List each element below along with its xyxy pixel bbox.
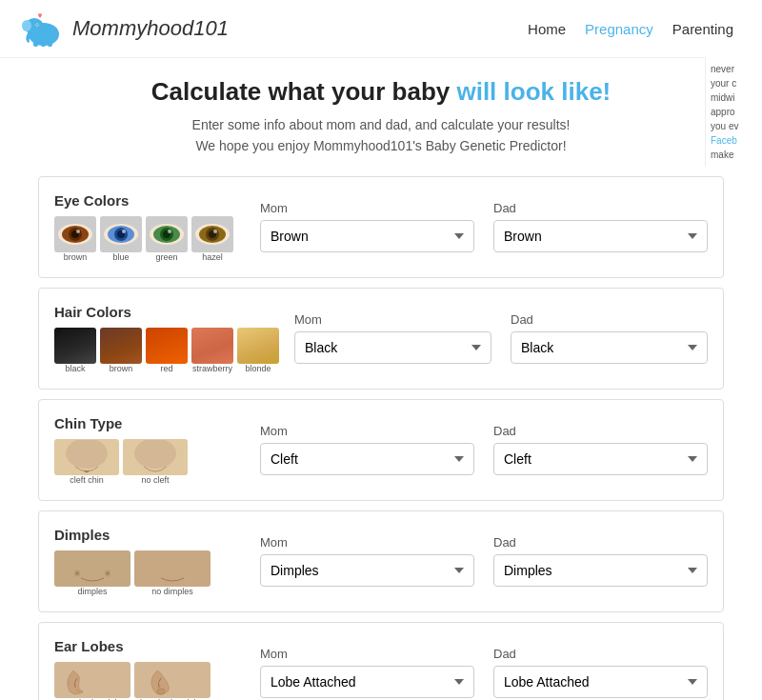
black-hair-box [54,328,96,364]
nav-home[interactable]: Home [528,21,566,37]
ear-dad-group: Dad Lobe AttachedLobe Detached [493,647,708,698]
dimples-card: Dimples dimples [38,510,724,612]
svg-point-34 [107,571,110,574]
ear-lobes-card: Ear Lobes attached earlobe [38,622,724,700]
dimples-dad-select[interactable]: DimplesNo Dimples [493,554,708,587]
brown-hair-box [100,328,142,364]
img-dimples-yes: dimples [54,550,130,596]
eye-dad-select[interactable]: BrownBlueGreenHazelGray [493,220,708,252]
dimples-label: Dimples [54,527,110,543]
img-green-eye: green [146,216,188,262]
svg-point-38 [157,689,165,694]
dimples-yes-box [54,550,130,587]
dimples-mom-group: Mom DimplesNo Dimples [260,535,474,587]
nav-pregnancy[interactable]: Pregnancy [585,21,653,37]
dimples-mom-select[interactable]: DimplesNo Dimples [260,554,474,587]
img-no-cleft-chin: no cleft [123,439,188,485]
chin-type-label: Chin Type [54,415,122,431]
img-ear-detached: detached earlobes [134,662,211,700]
ear-mom-group: Mom Lobe AttachedLobe Detached [260,647,474,698]
eye-dad-label: Dad [493,201,708,215]
ear-dad-select[interactable]: Lobe AttachedLobe Detached [493,666,708,698]
hair-colors-image-row: black brown red strawberry blonde [54,328,279,373]
eye-colors-selects: Mom BrownBlueGreenHazelGray Dad BrownBlu… [260,201,708,252]
img-ear-attached: attached earlobe [54,662,130,700]
red-hair-box [146,328,188,364]
hair-mom-select[interactable]: BlackBrownRedStrawberry BlondeBlonde [294,331,491,364]
chin-mom-select[interactable]: CleftNo Cleft [260,443,474,475]
blonde-hair-box [237,328,279,364]
hair-dad-select[interactable]: BlackBrownRedStrawberry BlondeBlonde [511,331,708,364]
img-black-hair: black [54,328,96,373]
img-brown-hair: brown [100,328,142,373]
main-content: Calculate what your baby will look like!… [19,58,743,700]
eye-colors-card: Eye Colors brown blue [38,176,724,278]
dimples-dad-group: Dad DimplesNo Dimples [493,535,708,587]
chin-mom-group: Mom CleftNo Cleft [260,424,474,475]
svg-rect-5 [33,41,38,47]
img-dimples-no: no dimples [134,550,211,596]
green-eye-box [146,216,188,252]
hair-mom-group: Mom BlackBrownRedStrawberry BlondeBlonde [294,312,491,364]
page-subtitle: Enter some info about mom and dad, and c… [38,114,724,157]
chin-type-selects: Mom CleftNo Cleft Dad CleftNo Cleft [260,424,708,475]
eye-colors-image-row: brown blue green [54,216,233,262]
chin-type-images: Chin Type cleft chin [54,415,245,485]
ear-lobes-label: Ear Lobes [54,638,124,654]
ear-lobes-selects: Mom Lobe AttachedLobe Detached Dad Lobe … [260,647,708,698]
nav-parenting[interactable]: Parenting [672,21,733,37]
hair-dad-group: Dad BlackBrownRedStrawberry BlondeBlonde [511,312,708,364]
ear-attached-box [54,662,130,698]
ear-mom-select[interactable]: Lobe AttachedLobe Detached [260,666,474,698]
ear-lobes-image-row: attached earlobe detached earlobes [54,662,211,700]
hair-colors-images: Hair Colors black brown red strawberry [54,304,279,373]
svg-point-28 [66,440,108,469]
img-cleft-chin: cleft chin [54,439,119,485]
svg-rect-6 [41,41,46,47]
hair-colors-label: Hair Colors [54,304,131,320]
eye-mom-group: Mom BrownBlueGreenHazelGray [260,201,474,252]
svg-point-27 [213,230,217,233]
eye-dad-group: Dad BrownBlueGreenHazelGray [493,201,708,252]
svg-point-12 [76,230,80,233]
ear-lobes-images: Ear Lobes attached earlobe [54,638,245,700]
img-brown-eye: brown [54,216,96,262]
chin-type-image-row: cleft chin no cleft [54,439,188,485]
img-hazel-eye: hazel [191,216,233,262]
chin-dad-label: Dad [493,424,708,438]
dimples-no-box [134,550,211,587]
sidebar-snippet: neveryour cmidwiapproyou evFacebmake [705,57,762,167]
eye-mom-select[interactable]: BrownBlueGreenHazelGray [260,220,474,252]
ear-detached-box [134,662,211,698]
svg-point-17 [122,230,126,233]
chin-mom-label: Mom [260,424,474,438]
logo-icon [19,10,67,48]
brown-eye-box [54,216,96,252]
logo: Mommyhood101 [19,10,229,48]
svg-point-35 [142,554,203,583]
ear-dad-label: Dad [493,647,708,661]
hair-dad-label: Dad [511,312,708,327]
cleft-chin-box [54,439,119,475]
strawberry-hair-box [191,328,233,364]
dimples-selects: Mom DimplesNo Dimples Dad DimplesNo Dimp… [260,535,708,587]
chin-dad-group: Dad CleftNo Cleft [493,424,708,475]
eye-colors-label: Eye Colors [54,192,129,209]
chin-dad-select[interactable]: CleftNo Cleft [493,443,708,475]
eye-colors-images: Eye Colors brown blue [54,192,245,262]
page-title: Calculate what your baby will look like! [38,77,724,107]
hair-colors-card: Hair Colors black brown red strawberry [38,288,724,390]
dimples-dad-label: Dad [493,535,708,550]
ear-mom-label: Mom [260,647,474,661]
header: Mommyhood101 Home Pregnancy Parenting ne… [0,0,762,58]
svg-point-22 [168,230,171,233]
logo-text: Mommyhood101 [72,16,229,41]
blue-eye-box [100,216,142,252]
chin-type-card: Chin Type cleft chin [38,399,724,501]
hair-mom-label: Mom [294,312,491,327]
svg-point-2 [22,20,31,31]
eye-mom-label: Mom [260,201,474,215]
svg-point-30 [62,554,123,583]
hazel-eye-box [191,216,233,252]
no-cleft-chin-box [123,439,188,475]
